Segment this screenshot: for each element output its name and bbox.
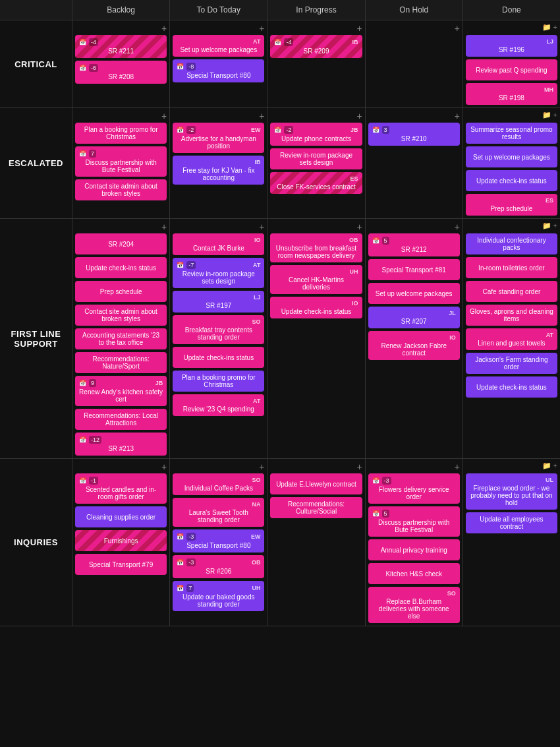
card-r1-c2-2[interactable]: ESClose FK-services contract [270,172,362,194]
card-text: Recommendations: Culture/Social [274,500,358,515]
add-card-btn-r3-c1[interactable]: + [259,462,264,472]
card-assignee: UH [252,585,260,591]
card-r0-c4-1[interactable]: Review past Q spending [466,59,557,80]
card-r2-c0-4[interactable]: Accounting statements '23 to the tax off… [75,328,167,349]
card-r0-c0-0[interactable]: 📅-4SR #211 [75,35,167,58]
card-r2-c1-4[interactable]: Update check-ins status [173,347,264,368]
card-r0-c1-0[interactable]: ATSet up welcome packages [173,35,264,57]
card-r1-c0-2[interactable]: Contact site admin about broken styles [75,179,167,200]
add-card-btn-r0-c1[interactable]: + [259,23,264,34]
card-r2-c2-1[interactable]: UHCancel HK-Martins deliveries [270,265,362,294]
card-r3-c3-2[interactable]: Annual privacy training [368,539,460,560]
card-text: Linen and guest towels [470,340,553,347]
card-r2-c1-1[interactable]: 📅-7ATReview in-room package sets design [173,258,264,288]
add-card-btn-r2-c3[interactable]: + [455,222,460,232]
card-r2-c4-1[interactable]: In-room toiletries order [466,257,557,278]
card-text: SR #209 [274,47,358,55]
card-r2-c0-3[interactable]: Contact site admin about broken styles [75,305,167,326]
add-card-btn-r1-c0[interactable]: + [161,111,167,121]
card-r1-c4-3[interactable]: ESPrep schedule [466,194,557,216]
card-r2-c4-6[interactable]: Update check-ins status [466,376,557,398]
add-card-btn-r0-c3[interactable]: + [455,23,460,34]
card-r3-c1-0[interactable]: SOIndividual Coffee Packs [173,473,264,495]
card-r2-c4-5[interactable]: Jackson's Farm standing order [466,353,557,374]
card-r2-c4-2[interactable]: Cafe standing order [466,281,557,302]
card-r3-c0-0[interactable]: 📅-1Scented candles and in-room gifts ord… [75,473,167,504]
card-r2-c3-2[interactable]: Set up welcome packages [368,283,460,304]
card-r2-c1-5[interactable]: Plan a booking promo for Christmas [173,371,264,392]
add-card-btn-r0-c0[interactable]: + [161,23,167,34]
card-r0-c4-2[interactable]: MHSR #198 [466,83,557,105]
card-r2-c0-8[interactable]: 📅-12SR #213 [75,433,167,456]
card-r1-c2-0[interactable]: 📅-2JBUpdate phone contracts [270,123,362,146]
card-r1-c4-2[interactable]: Update check-ins status [466,170,557,191]
add-card-btn-r3-c0[interactable]: + [161,462,167,472]
add-card-btn-r1-c3[interactable]: + [455,111,460,121]
card-r3-c1-2[interactable]: 📅-3EWSpecial Transport #80 [173,529,264,553]
add-card-btn-r0-c2[interactable]: + [356,23,362,34]
add-card-btn-r2-c0[interactable]: + [161,222,167,232]
card-r1-c2-1[interactable]: Review in-room package sets design [270,148,362,169]
card-r2-c4-4[interactable]: ATLinen and guest towels [466,328,557,350]
card-r2-c0-1[interactable]: Update check-ins status [75,257,167,278]
card-r1-c1-1[interactable]: IBFree stay for KJ Van - fix accounting [173,156,264,185]
add-card-btn-r3-c4[interactable]: 📁 + [542,462,557,470]
cell-r2-c1: +IOContact JK Burke📅-7ATReview in-room p… [170,219,267,458]
card-r3-c0-3[interactable]: Special Transport #79 [75,554,167,575]
card-r2-c4-0[interactable]: Individual confectionary packs [466,233,557,254]
card-text: Contact JK Burke [177,245,260,252]
card-r2-c0-0[interactable]: SR #204 [75,233,167,254]
card-r2-c1-2[interactable]: LJSR #197 [173,291,264,313]
card-r3-c3-0[interactable]: 📅-3Flowers delivery service order [368,473,460,504]
card-r3-c1-1[interactable]: NALaura's Sweet Tooth standing order [173,498,264,527]
card-r2-c3-0[interactable]: 📅5SR #212 [368,233,460,256]
add-card-btn-r2-c4[interactable]: 📁 + [542,222,557,230]
card-r0-c1-1[interactable]: 📅-8Special Transport #80 [173,59,264,82]
card-r2-c4-3[interactable]: Gloves, aprons and cleaning items [466,305,557,326]
card-r1-c4-0[interactable]: Summarize seasonal promo results [466,123,557,144]
add-card-btn-r1-c1[interactable]: + [259,111,264,121]
card-text: Update check-ins status [470,177,553,185]
add-card-btn-r3-c3[interactable]: + [455,462,460,472]
card-r2-c0-2[interactable]: Prep schedule [75,281,167,302]
card-r3-c0-1[interactable]: Cleaning supplies order [75,506,167,527]
card-r2-c0-7[interactable]: Recommendations: Local Attractions [75,409,167,430]
card-r0-c2-0[interactable]: 📅-4IBSR #209 [270,35,362,58]
card-r3-c4-1[interactable]: Update all employees contract [466,512,557,533]
add-card-btn-r2-c1[interactable]: + [259,222,264,232]
add-card-btn-r0-c4[interactable]: 📁 + [542,23,557,32]
card-r2-c1-3[interactable]: SOBreakfast tray contents standing order [173,315,264,344]
card-text: SR #213 [79,445,163,452]
card-r0-c0-1[interactable]: 📅-6SR #208 [75,61,167,84]
card-r3-c2-0[interactable]: Update E.Llewelyn contract [270,473,362,494]
card-r3-c3-4[interactable]: SOReplace B.Burham deliveries with someo… [368,587,460,623]
card-r2-c0-6[interactable]: 📅9JBRenew Andy's kitchen safety cert [75,376,167,406]
card-r1-c0-1[interactable]: 📅7Discuss partnership with Bute Festival [75,146,167,177]
card-assignee: OB [349,237,358,243]
card-r3-c0-2[interactable]: Furnishings [75,530,167,551]
card-r2-c1-6[interactable]: ATReview '23 Q4 spending [173,394,264,416]
card-r3-c3-1[interactable]: 📅5Discuss partnership with Bute Festival [368,506,460,537]
card-r2-c3-4[interactable]: IORenew Jackson Fabre contract [368,331,460,360]
card-r3-c2-1[interactable]: Recommendations: Culture/Social [270,497,362,518]
card-r3-c1-4[interactable]: 📅7UHUpdate our baked goods standing orde… [173,581,264,611]
card-r1-c3-0[interactable]: 📅3SR #210 [368,123,460,146]
card-r1-c1-0[interactable]: 📅-2EWAdvertise for a handyman position [173,123,264,153]
card-r2-c2-2[interactable]: IOUpdate check-ins status [270,297,362,318]
cell-r2-c4: 📁 +Individual confectionary packsIn-room… [463,219,560,458]
card-r2-c3-1[interactable]: Special Transport #81 [368,259,460,280]
add-card-btn-r2-c2[interactable]: + [356,222,362,232]
add-card-btn-r1-c2[interactable]: + [356,111,362,121]
card-r3-c4-0[interactable]: ULFireplace wood order - we probably nee… [466,473,557,510]
add-card-btn-r3-c2[interactable]: + [356,462,362,472]
card-r3-c3-3[interactable]: Kitchen H&S check [368,563,460,584]
add-card-btn-r1-c4[interactable]: 📁 + [542,111,557,119]
card-r2-c0-5[interactable]: Recommendations: Nature/Sport [75,352,167,373]
card-r1-c4-1[interactable]: Set up welcome packages [466,146,557,167]
card-r2-c3-3[interactable]: JLSR #207 [368,307,460,328]
card-r0-c4-0[interactable]: LJSR #196 [466,35,557,57]
card-r1-c0-0[interactable]: Plan a booking promo for Christmas [75,123,167,144]
card-r3-c1-3[interactable]: 📅-3OBSR #206 [173,555,264,578]
card-r2-c1-0[interactable]: IOContact JK Burke [173,233,264,255]
card-r2-c2-0[interactable]: OBUnsubscribe from breakfast room newspa… [270,233,362,262]
